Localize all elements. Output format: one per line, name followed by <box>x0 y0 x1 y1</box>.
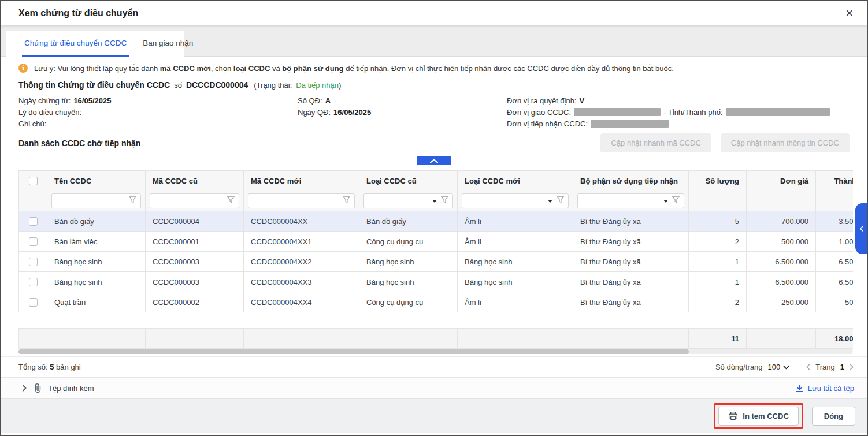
print-label-button[interactable]: In tem CCDC <box>718 407 798 426</box>
filter-select-bo-phan[interactable] <box>582 195 659 207</box>
annotation-highlight-box: In tem CCDC <box>714 403 803 429</box>
scrollbar-thumb[interactable] <box>18 349 689 354</box>
col-ma-ccdc-cu[interactable]: Mã CCDC cũ <box>146 171 244 191</box>
tab-chung-tu-dieu-chuyen-ccdc[interactable]: Chứng từ điều chuyển CCDC <box>22 31 129 57</box>
filter-input-ten-ccdc[interactable] <box>56 195 125 207</box>
row-checkbox-cell <box>19 211 47 232</box>
filter-funnel-icon[interactable] <box>129 196 136 206</box>
detail-col-mid: Số QĐ:A Ngày QĐ:16/05/2025 <box>298 95 507 129</box>
filter-row <box>19 191 854 211</box>
close-button[interactable]: Đóng <box>812 407 855 426</box>
filter-funnel-icon[interactable] <box>343 196 350 206</box>
cell: CCDC000004 <box>146 211 244 232</box>
cell: 1 <box>689 252 747 272</box>
col-so-luong[interactable]: Số lượng <box>689 171 747 191</box>
side-panel-toggle[interactable] <box>855 203 867 254</box>
cell: Bảng học sinh <box>359 272 458 292</box>
header-checkbox-cell <box>19 171 47 191</box>
row-checkbox-cell <box>19 252 47 272</box>
doc-info-title: Thông tin Chứng từ điều chuyển CCDC <box>18 80 170 90</box>
info-icon: i <box>18 64 28 73</box>
row-checkbox-cell <box>19 232 47 252</box>
save-all-files-link[interactable]: Lưu tất cả tệp <box>795 384 854 393</box>
cell: CCDC000002 <box>146 292 244 312</box>
quick-update-info-button[interactable]: Cập nhật nhanh thông tin CCDC <box>721 133 850 152</box>
paperclip-icon <box>34 383 42 393</box>
doc-number: DCCCDC000004 <box>186 80 248 90</box>
cell: CCDC000004XX1 <box>244 232 359 252</box>
download-icon <box>795 384 804 393</box>
cell: 6.500.000 <box>747 272 816 292</box>
redacted-value <box>574 108 661 116</box>
field-don-vi-ra-quyet-dinh: Đơn vị ra quyết định:V <box>507 95 850 106</box>
next-page-button[interactable] <box>850 364 854 370</box>
col-loai-ccdc-moi[interactable]: Loại CCDC mới <box>458 171 573 191</box>
cell: 6.500.000 <box>747 252 816 272</box>
expand-chevron-icon[interactable] <box>22 385 27 392</box>
cell: CCDC000004XX3 <box>244 272 359 292</box>
filter-select-loai-ccdc-moi[interactable] <box>466 195 544 207</box>
cell: CCDC000004XX <box>244 211 359 232</box>
attachments-bar: Tệp đính kèm Lưu tất cả tệp <box>1 378 867 399</box>
horizontal-scrollbar[interactable] <box>18 349 853 354</box>
field-ghi-chu: Ghi chú: <box>18 118 298 129</box>
filter-cell <box>47 191 146 211</box>
cell: Bảng học sinh <box>458 272 573 292</box>
field-ngay-chung-tu: Ngày chứng từ:16/05/2025 <box>18 95 298 106</box>
collapse-button[interactable] <box>417 156 451 165</box>
cell: Bảng học sinh <box>458 252 573 272</box>
cell: 700.000 <box>747 211 816 232</box>
filter-funnel-icon[interactable] <box>227 196 235 206</box>
row-checkbox[interactable] <box>29 278 38 286</box>
filter-select-loai-ccdc-cu[interactable] <box>368 195 428 207</box>
cell: 2 <box>689 232 747 252</box>
table-row[interactable]: Bàn làm việcCCDC000001CCDC000004XX1Công … <box>19 232 854 252</box>
filter-funnel-icon[interactable] <box>557 196 564 206</box>
row-checkbox[interactable] <box>29 217 38 226</box>
cell: 1 <box>689 272 747 292</box>
tab-ban-giao-nhan[interactable]: Ban giao nhận <box>140 31 195 57</box>
prev-page-button[interactable] <box>806 364 810 370</box>
filter-input-ma-ccdc-moi[interactable] <box>253 195 339 207</box>
cell: Bản đồ giấy <box>47 211 146 232</box>
row-checkbox[interactable] <box>29 258 38 266</box>
row-checkbox[interactable] <box>29 237 38 246</box>
attachments-label[interactable]: Tệp đính kèm <box>48 384 94 393</box>
chevron-down-icon <box>783 363 789 371</box>
filter-funnel-icon[interactable] <box>441 196 448 206</box>
total-amount: 18.000.000 <box>816 329 854 349</box>
ccdc-table: Tên CCDC Mã CCDC cũ Mã CCDC mới Loại CCD… <box>18 170 853 349</box>
detail-col-right: Đơn vị ra quyết định:V Đơn vị giao CCDC:… <box>507 95 850 129</box>
col-loai-ccdc-cu[interactable]: Loại CCDC cũ <box>359 171 458 191</box>
note-bar: i Lưu ý: Vui lòng thiết lập quy tắc đánh… <box>18 64 850 73</box>
col-ten-ccdc[interactable]: Tên CCDC <box>47 171 146 191</box>
rows-per-page-select[interactable]: 100 <box>768 363 790 371</box>
caret-down-icon[interactable] <box>432 200 437 203</box>
field-don-vi-tiep-nhan: Đơn vị tiếp nhận CCDC: <box>507 118 850 129</box>
col-bo-phan-su-dung[interactable]: Bộ phận sử dụng tiếp nhận <box>573 171 689 191</box>
caret-down-icon[interactable] <box>663 200 668 203</box>
cell: Bí thư Đảng ủy xã <box>573 211 689 232</box>
chevron-up-icon <box>430 155 438 166</box>
caret-down-icon[interactable] <box>548 200 552 203</box>
col-ma-ccdc-moi[interactable]: Mã CCDC mới <box>244 171 359 191</box>
col-thanh-tien[interactable]: Thành tiền <box>816 171 854 191</box>
filter-input-ma-ccdc-cu[interactable] <box>154 195 223 207</box>
table-row[interactable]: Quạt trầnCCDC000002CCDC000004XX4Công cụ … <box>19 292 854 312</box>
table-row[interactable]: Bảng học sinhCCDC000003CCDC000004XX2Bảng… <box>19 252 854 272</box>
cell: 1.000.000 <box>816 232 854 252</box>
cell: Bản đồ giấy <box>359 211 458 232</box>
row-checkbox[interactable] <box>29 298 38 307</box>
close-icon[interactable]: × <box>845 7 853 20</box>
status-badge: Đã tiếp nhận) <box>296 81 341 90</box>
redacted-value <box>591 120 669 128</box>
select-all-checkbox[interactable] <box>29 177 38 185</box>
table-row[interactable]: Bảng học sinhCCDC000003CCDC000004XX3Bảng… <box>19 272 854 292</box>
cell: Bàn làm việc <box>47 232 146 252</box>
table-row[interactable]: Bản đồ giấyCCDC000004CCDC000004XXBản đồ … <box>19 211 854 232</box>
col-don-gia[interactable]: Đơn giá <box>747 171 816 191</box>
cell: Công cụ dụng cụ <box>359 292 458 312</box>
filter-funnel-icon[interactable] <box>672 196 680 206</box>
quick-update-code-button[interactable]: Cập nhật nhanh mã CCDC <box>600 133 711 152</box>
printer-icon <box>728 411 738 420</box>
